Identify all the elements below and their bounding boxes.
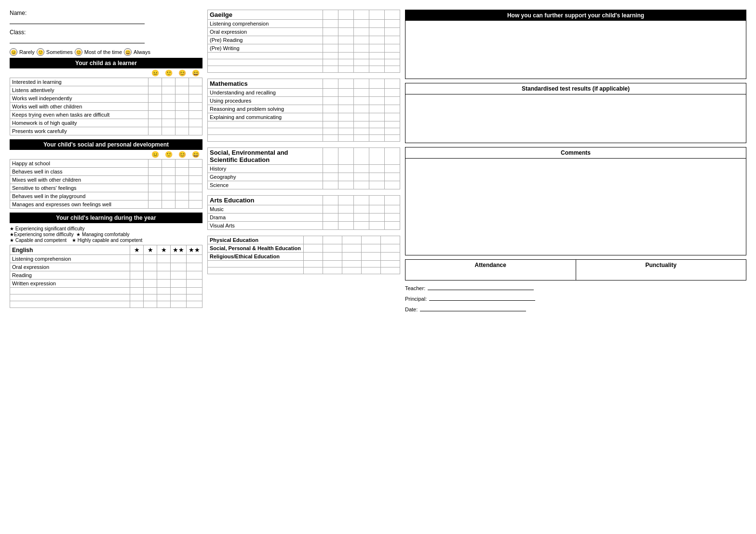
teacher-label: Teacher:: [405, 285, 425, 291]
name-line[interactable]: [10, 17, 145, 24]
support-box: How you can further support your child's…: [405, 10, 746, 79]
teacher-line[interactable]: [428, 284, 534, 290]
sometimes-label: Sometimes: [46, 49, 73, 55]
page-layout: Name: Class: 😐 Rarely 🙂 Sometimes 😊 Most…: [10, 10, 746, 316]
table-row: [208, 59, 400, 66]
principal-row: Principal:: [405, 295, 746, 302]
table-row: Visual Arts: [208, 222, 400, 230]
table-row: History: [208, 165, 400, 173]
attendance-value[interactable]: [407, 268, 574, 278]
combined-table: Physical Education Social, Personal & He…: [207, 236, 400, 274]
table-row: [10, 294, 202, 301]
punctuality-label: Punctuality: [578, 262, 744, 268]
learning-section: Your child's learning during the year: [10, 213, 202, 223]
left-column: Name: Class: 😐 Rarely 🙂 Sometimes 😊 Most…: [10, 10, 202, 316]
table-row: Physical Education: [208, 236, 400, 244]
most-icon: 😊: [75, 48, 82, 56]
arts-section: Arts Education Music Drama: [207, 195, 400, 230]
comments-box: Comments: [405, 147, 746, 255]
star-line3: ★ Capable and competent ★ Highly capable…: [10, 238, 202, 243]
table-row: Behaves well in the playground: [10, 192, 202, 200]
table-row: [208, 135, 400, 142]
table-row: [208, 121, 400, 128]
rarely-label: Rarely: [19, 49, 35, 55]
table-row: Presents work carefully: [10, 127, 202, 135]
star-line2: ★Experiencing some difficulty ★ Managing…: [10, 232, 202, 237]
learner-section: Your child as a learner 😐 🙂 😊 😄 Interest…: [10, 58, 202, 135]
table-row: [208, 261, 400, 267]
mathematics-section: Mathematics Understanding and recalling: [207, 79, 400, 142]
table-row: Understanding and recalling: [208, 89, 400, 97]
table-row: Listening comprehension: [10, 255, 202, 263]
table-row: Works well with other children: [10, 103, 202, 111]
table-row: (Pre) Writing: [208, 44, 400, 53]
learner-table: 😐 🙂 😊 😄 Interested in learning Listens a…: [10, 68, 202, 135]
smiley-legend: 😐 Rarely 🙂 Sometimes 😊 Most of the time …: [10, 48, 202, 56]
class-label: Class:: [10, 29, 26, 36]
star-line1: ★ Experiencing significant difficulty: [10, 226, 202, 231]
social-table: 😐 🙂 😊 😄 Happy at school Behaves well in …: [10, 150, 202, 209]
mathematics-header: Mathematics: [208, 79, 323, 89]
mathematics-table: Mathematics Understanding and recalling: [207, 79, 400, 142]
principal-label: Principal:: [405, 296, 427, 302]
social-section: Your child's social and personal develop…: [10, 139, 202, 209]
name-field: Name:: [10, 10, 202, 24]
table-row: Happy at school: [10, 160, 202, 168]
gaeilge-header: Gaeilge: [208, 10, 323, 20]
right-column: How you can further support your child's…: [405, 10, 746, 316]
table-row: Homework is of high quality: [10, 119, 202, 127]
class-line[interactable]: [10, 37, 145, 43]
table-row: Written expression: [10, 280, 202, 288]
social-header: Your child's social and personal develop…: [10, 139, 202, 150]
star-legend: ★ Experiencing significant difficulty ★E…: [10, 226, 202, 243]
sese-table: Social, Environmental andScientific Educ…: [207, 147, 400, 189]
table-row: Mixes well with other children: [10, 176, 202, 184]
table-row: [208, 66, 400, 73]
support-header: How you can further support your child's…: [405, 10, 746, 21]
table-row: Interested in learning: [10, 78, 202, 86]
arts-table: Arts Education Music Drama: [207, 195, 400, 230]
table-row: Reasoning and problem solving: [208, 105, 400, 113]
table-row: Behaves well in class: [10, 168, 202, 176]
table-row: Reading: [10, 271, 202, 280]
always-label: Always: [134, 49, 150, 55]
principal-line[interactable]: [429, 295, 535, 301]
table-row: Religious/Ethical Education: [208, 253, 400, 261]
std-test-content[interactable]: [405, 94, 746, 143]
english-header: English: [10, 245, 130, 255]
attendance-punctuality-row: Attendance Punctuality: [405, 259, 746, 280]
table-row: [10, 301, 202, 308]
combined-section: Physical Education Social, Personal & He…: [207, 236, 400, 274]
table-row: [208, 53, 400, 59]
table-row: Sensitive to others' feelings: [10, 184, 202, 192]
rarely-icon: 😐: [10, 48, 17, 56]
attendance-label: Attendance: [407, 262, 574, 268]
support-content[interactable]: [405, 21, 746, 79]
punctuality-value[interactable]: [578, 268, 744, 278]
class-field: Class:: [10, 29, 202, 43]
std-test-box: Standardised test results (if applicable…: [405, 83, 746, 143]
table-row: [208, 128, 400, 135]
gaeilge-section: Gaeilge Listening comprehension Or: [207, 10, 400, 73]
comments-content[interactable]: [405, 159, 746, 255]
table-row: Geography: [208, 173, 400, 181]
sese-section: Social, Environmental andScientific Educ…: [207, 147, 400, 189]
table-row: Keeps trying even when tasks are difficu…: [10, 111, 202, 119]
table-row: Explaining and communicating: [208, 113, 400, 121]
table-row: Social, Personal & Health Education: [208, 244, 400, 253]
learner-header: Your child as a learner: [10, 58, 202, 68]
table-row: Works well independently: [10, 94, 202, 103]
date-line[interactable]: [420, 306, 526, 311]
sese-header: Social, Environmental andScientific Educ…: [208, 148, 323, 165]
middle-column: Gaeilge Listening comprehension Or: [207, 10, 400, 316]
most-label: Most of the time: [84, 49, 122, 55]
date-label: Date:: [405, 307, 418, 312]
table-row: Oral expression: [208, 28, 400, 36]
table-row: Listens attentively: [10, 86, 202, 94]
name-label: Name:: [10, 10, 27, 16]
table-row: Music: [208, 205, 400, 214]
table-row: Drama: [208, 214, 400, 222]
arts-header: Arts Education: [208, 196, 323, 205]
table-row: Manages and expresses own feelings well: [10, 200, 202, 209]
table-row: [10, 288, 202, 294]
